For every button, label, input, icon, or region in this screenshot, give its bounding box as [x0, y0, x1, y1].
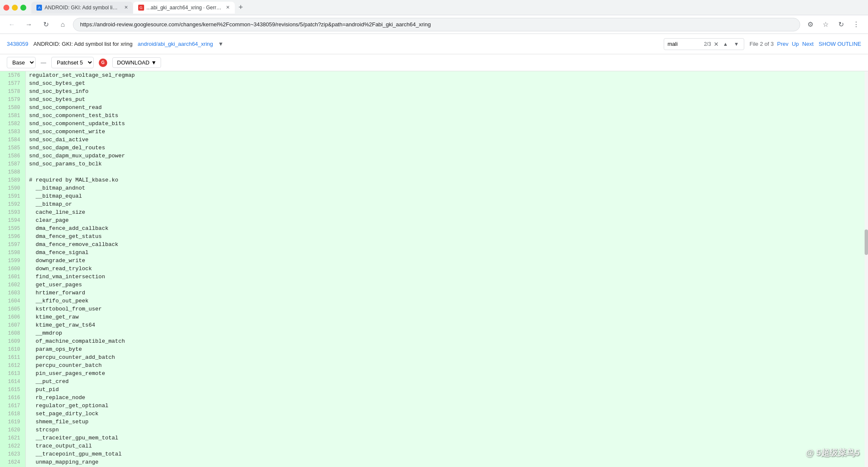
line-number: 1621: [0, 434, 25, 442]
table-row: 1591 __bitmap_equal: [0, 192, 868, 200]
extensions-button[interactable]: ⚙: [804, 18, 817, 31]
line-content: downgrade_write: [25, 257, 868, 265]
patchset-select[interactable]: Patchset 5: [51, 57, 94, 68]
table-row: 1579snd_soc_bytes_put: [0, 95, 868, 103]
line-content: dma_fence_add_callback: [25, 224, 868, 232]
table-row: 1608 __mmdrop: [0, 329, 868, 337]
search-clear-button[interactable]: ✕: [714, 41, 719, 48]
line-content: snd_soc_component_read: [25, 103, 868, 112]
line-content: __traceiter_gpu_mem_total: [25, 434, 868, 442]
search-count: 2/3: [704, 41, 711, 47]
table-row: 1597 dma_fence_remove_callback: [0, 240, 868, 249]
bookmark-button[interactable]: ☆: [819, 18, 832, 31]
table-row: 1599 downgrade_write: [0, 257, 868, 265]
table-row: 1582snd_soc_component_update_bits: [0, 120, 868, 128]
tab-2-label: ...abi_gki_aarch64_xring · Gerrit ...: [147, 5, 222, 11]
table-row: 1584snd_soc_dai_active: [0, 136, 868, 144]
line-content: shmem_file_setup: [25, 418, 868, 426]
tab-1-favicon: A: [36, 5, 42, 11]
line-number: 1582: [0, 120, 25, 128]
table-row: 1614 __put_cred: [0, 378, 868, 386]
tab-2[interactable]: G ...abi_gki_aarch64_xring · Gerrit ... …: [133, 2, 235, 14]
next-file-button[interactable]: Next: [802, 41, 814, 47]
nav-bar: ← → ↻ ⌂ https://android-review.googlesou…: [0, 15, 868, 34]
table-row: 1611 percpu_counter_add_batch: [0, 353, 868, 361]
search-prev-button[interactable]: ▲: [721, 40, 730, 48]
change-id-link[interactable]: 3438059: [7, 41, 28, 47]
nav-actions: ⚙ ☆ ↻ ⋮: [804, 18, 863, 31]
line-number: 1578: [0, 87, 25, 95]
table-row: 1602 get_user_pages: [0, 281, 868, 289]
line-number: 1612: [0, 361, 25, 369]
reload-button[interactable]: ↻: [39, 18, 53, 31]
browser-frame: A ANDROID: GKI: Add symbol list f... ✕ G…: [0, 0, 868, 467]
table-row: 1604 __kfifo_out_peek: [0, 297, 868, 305]
line-number: 1593: [0, 208, 25, 216]
table-row: 1590 __bitmap_andnot: [0, 184, 868, 192]
search-next-button[interactable]: ▼: [732, 40, 741, 48]
line-number: 1613: [0, 369, 25, 378]
forward-button[interactable]: →: [22, 18, 36, 31]
branch-dropdown-icon[interactable]: ▼: [218, 41, 224, 47]
prev-file-button[interactable]: Prev: [777, 41, 789, 47]
tab-2-close[interactable]: ✕: [226, 5, 230, 10]
refresh-button[interactable]: ↻: [834, 18, 848, 31]
search-input[interactable]: [668, 41, 701, 47]
line-content: __bitmap_equal: [25, 192, 868, 200]
line-content: snd_soc_dapm_del_routes: [25, 144, 868, 152]
diff-arrow: —: [41, 59, 46, 66]
table-row: 1577snd_soc_bytes_get: [0, 79, 868, 87]
base-select[interactable]: Base: [7, 57, 36, 68]
table-row: 1623 __tracepoint_gpu_mem_total: [0, 450, 868, 458]
home-button[interactable]: ⌂: [56, 18, 70, 31]
line-content: set_page_dirty_lock: [25, 410, 868, 418]
line-number: 1619: [0, 418, 25, 426]
table-row: 1581snd_soc_component_test_bits: [0, 112, 868, 120]
maximize-window-button[interactable]: [20, 5, 26, 11]
line-number: 1609: [0, 337, 25, 345]
up-button[interactable]: Up: [792, 41, 799, 47]
line-content: __mmdrop: [25, 329, 868, 337]
line-content: rb_replace_node: [25, 394, 868, 402]
close-window-button[interactable]: [3, 5, 9, 11]
download-button[interactable]: DOWNLOAD ▼: [112, 57, 161, 68]
address-bar[interactable]: https://android-review.googlesource.com/…: [73, 18, 800, 31]
line-content: kstrtobool_from_user: [25, 305, 868, 313]
line-content: snd_soc_params_to_bclk: [25, 160, 868, 168]
branch-link[interactable]: android/abi_gki_aarch64_xring: [138, 41, 213, 47]
line-content: snd_soc_bytes_get: [25, 79, 868, 87]
table-row: 1601 find_vma_intersection: [0, 273, 868, 281]
line-content: snd_soc_component_test_bits: [25, 112, 868, 120]
scrollbar-thumb[interactable]: [865, 229, 868, 255]
table-row: 1600 down_read_trylock: [0, 265, 868, 273]
code-container[interactable]: 1576regulator_set_voltage_sel_regmap1577…: [0, 71, 868, 467]
scrollbar-track[interactable]: [865, 71, 868, 467]
back-button[interactable]: ←: [5, 18, 19, 31]
table-row: 1588: [0, 168, 868, 176]
line-number: 1617: [0, 402, 25, 410]
line-number: 1603: [0, 289, 25, 297]
table-row: 1624 unmap_mapping_range: [0, 458, 868, 466]
show-outline-button[interactable]: SHOW OUTLINE: [819, 41, 861, 47]
line-number: 1615: [0, 386, 25, 394]
table-row: 1612 percpu_counter_batch: [0, 361, 868, 369]
table-row: 1616 rb_replace_node: [0, 394, 868, 402]
line-content: ktime_get_raw: [25, 313, 868, 321]
minimize-window-button[interactable]: [12, 5, 18, 11]
table-row: 1613 pin_user_pages_remote: [0, 369, 868, 378]
line-number: 1605: [0, 305, 25, 313]
line-number: 1589: [0, 176, 25, 184]
line-number: 1607: [0, 321, 25, 329]
tab-1[interactable]: A ANDROID: GKI: Add symbol list f... ✕: [31, 2, 133, 14]
new-tab-button[interactable]: +: [235, 2, 247, 14]
menu-button[interactable]: ⋮: [849, 18, 863, 31]
line-content: dma_fence_remove_callback: [25, 240, 868, 249]
table-row: 1585snd_soc_dapm_del_routes: [0, 144, 868, 152]
line-number: 1600: [0, 265, 25, 273]
line-number: 1611: [0, 353, 25, 361]
patch-toolbar: Base — Patchset 5 G DOWNLOAD ▼: [0, 54, 868, 71]
table-row: 1620 strcspn: [0, 426, 868, 434]
tab-1-close[interactable]: ✕: [124, 5, 128, 10]
line-number: 1616: [0, 394, 25, 402]
line-content: snd_soc_dai_active: [25, 136, 868, 144]
